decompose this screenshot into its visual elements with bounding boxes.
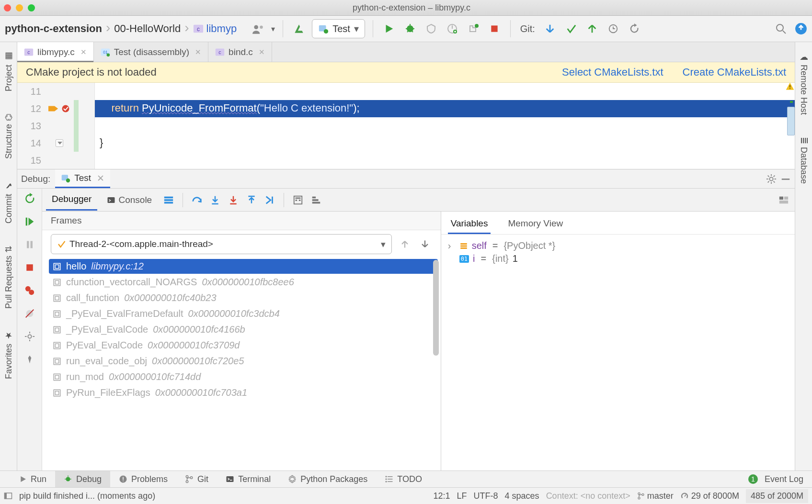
run-button[interactable] (381, 21, 397, 37)
event-log-tab[interactable]: 1 Event Log (740, 471, 812, 487)
run-tool-tab[interactable]: Run (0, 471, 55, 487)
banner-select-link[interactable]: Select CMakeLists.txt (562, 66, 663, 78)
sidebar-remotehost-tab[interactable]: ☁ Remote Host (799, 48, 809, 119)
problems-tool-tab[interactable]: Problems (110, 471, 176, 487)
mute-breakpoints-button[interactable] (23, 306, 37, 321)
zoom-window-button[interactable] (28, 4, 35, 11)
stop-button[interactable] (486, 21, 503, 37)
stack-frame[interactable]: PyRun_FileExFlags 0x000000010fc703a1 (49, 385, 438, 400)
close-window-button[interactable] (4, 4, 11, 11)
minimize-window-button[interactable] (16, 4, 23, 11)
rerun-button[interactable] (23, 191, 37, 206)
settings-button[interactable] (764, 172, 778, 186)
run-to-cursor-button[interactable] (263, 193, 277, 207)
stack-frame[interactable]: run_mod 0x000000010fc714dd (49, 370, 438, 384)
breadcrumb-file[interactable]: c libmyp (191, 22, 239, 36)
pause-button[interactable] (23, 237, 37, 252)
coverage-button[interactable] (423, 21, 439, 37)
trace-button[interactable] (309, 193, 323, 207)
next-frame-button[interactable] (418, 237, 432, 251)
terminal-tool-tab[interactable]: Terminal (217, 471, 279, 487)
line-separator[interactable]: LF (457, 491, 467, 501)
debug-tool-tab[interactable]: Debug (55, 471, 110, 487)
editor-tab-bind[interactable]: c bind.c ✕ (208, 42, 272, 62)
scrollbar-thumb[interactable] (433, 260, 439, 356)
debug-session-tab[interactable]: Test ✕ (55, 169, 110, 188)
code-editor[interactable]: 11 12 13 14 15 (17, 83, 795, 169)
memory-indicator[interactable]: 485 of 2000M (746, 489, 808, 503)
step-over-button[interactable] (190, 193, 204, 207)
editor-tab-libmypy[interactable]: c libmypy.c ✕ (17, 42, 94, 62)
close-icon[interactable]: ✕ (195, 48, 201, 56)
code-area[interactable]: return PyUnicode_FromFormat("Hello C ext… (95, 83, 795, 169)
pin-button[interactable] (23, 352, 37, 367)
evaluate-expression-button[interactable] (291, 193, 305, 207)
git-history-button[interactable] (605, 21, 621, 37)
view-breakpoints-button[interactable] (23, 283, 37, 298)
stack-frame[interactable]: cfunction_vectorcall_NOARGS 0x000000010f… (49, 275, 438, 290)
frames-list[interactable]: hello libmypy.c:12cfunction_vectorcall_N… (42, 258, 441, 405)
sidebar-favorites-tab[interactable]: Favorites ★ (3, 327, 14, 383)
banner-create-link[interactable]: Create CMakeLists.txt (683, 66, 786, 78)
python-packages-tab[interactable]: Python Packages (279, 471, 376, 487)
memory-view-tab[interactable]: Memory View (505, 214, 566, 234)
stack-frame[interactable]: call_function 0x000000010fc40b23 (49, 291, 438, 305)
fold-handle-icon[interactable] (56, 139, 63, 147)
stack-frame[interactable]: _PyEval_EvalCode 0x000000010fc4166b (49, 322, 438, 337)
hide-panel-button[interactable] (778, 172, 793, 186)
stop-button[interactable] (23, 260, 37, 275)
stack-frame[interactable]: hello libmypy.c:12 (49, 259, 438, 274)
breadcrumb-folder[interactable]: 00-HelloWorld (112, 22, 183, 36)
disclosure-icon[interactable]: › (448, 240, 456, 251)
sidebar-pullrequests-tab[interactable]: Pull Requests ⇅ (3, 242, 14, 313)
memory-widget[interactable]: 29 of 8000M (680, 491, 739, 501)
context-widget[interactable]: Context: <no context> (546, 491, 630, 501)
layout-settings-button[interactable] (777, 193, 791, 207)
thread-select[interactable]: Thread-2-<com.apple.main-thread> ▾ (51, 234, 392, 254)
git-push-button[interactable] (584, 21, 600, 37)
variables-list[interactable]: › self={PyObject *}01 i={int} 1 (441, 235, 795, 270)
git-update-button[interactable] (542, 21, 558, 37)
sidebar-project-tab[interactable]: Project ▦ (3, 48, 14, 95)
debugger-tab[interactable]: Debugger (46, 189, 97, 211)
thread-view-button[interactable] (161, 193, 176, 207)
console-tab[interactable]: Console (101, 190, 158, 210)
breakpoint-verified-icon[interactable] (61, 104, 70, 113)
variables-tab[interactable]: Variables (448, 214, 491, 234)
search-everywhere-button[interactable] (773, 21, 789, 37)
git-commit-button[interactable] (563, 21, 579, 37)
variable-row[interactable]: › self={PyObject *} (448, 239, 788, 252)
editor-tab-test-disasm[interactable]: 01 Test (disassembly) ✕ (94, 42, 208, 62)
resume-button[interactable] (23, 214, 37, 229)
close-icon[interactable]: ✕ (259, 48, 265, 56)
run-configuration-select[interactable]: Test ▾ (312, 19, 365, 38)
step-into-button[interactable] (208, 193, 222, 207)
code-with-me-button[interactable] (250, 21, 266, 37)
file-encoding[interactable]: UTF-8 (474, 491, 498, 501)
sidebar-database-tab[interactable]: ≣ Database (799, 133, 809, 188)
prev-frame-button[interactable] (398, 237, 412, 251)
build-button[interactable] (291, 21, 307, 37)
ide-updates-button[interactable] (793, 21, 809, 37)
git-tool-tab[interactable]: Git (176, 471, 217, 487)
step-out-button[interactable] (244, 193, 259, 207)
debugger-settings-button[interactable] (23, 329, 37, 344)
warning-icon[interactable] (785, 82, 795, 91)
close-icon[interactable]: ✕ (97, 173, 104, 184)
debug-button[interactable] (402, 21, 418, 37)
variable-row[interactable]: 01 i={int} 1 (448, 252, 788, 265)
tool-windows-toggle[interactable] (4, 492, 12, 500)
git-branch-widget[interactable]: master (637, 491, 674, 501)
todo-tool-tab[interactable]: TODO (376, 471, 431, 487)
valgrind-button[interactable] (465, 21, 481, 37)
profile-button[interactable] (444, 21, 460, 37)
stack-frame[interactable]: run_eval_code_obj 0x000000010fc720e5 (49, 354, 438, 369)
sidebar-structure-tab[interactable]: Structure ⌬ (3, 110, 14, 163)
sidebar-commit-tab[interactable]: Commit ✔ (3, 177, 14, 227)
stack-frame[interactable]: _PyEval_EvalFrameDefault 0x000000010fc3d… (49, 306, 438, 321)
breadcrumb-project[interactable]: python-c-extension (3, 22, 104, 36)
caret-position[interactable]: 12:1 (434, 491, 450, 501)
close-icon[interactable]: ✕ (80, 48, 87, 56)
stack-frame[interactable]: PyEval_EvalCode 0x000000010fc3709d (49, 338, 438, 353)
force-step-into-button[interactable] (226, 193, 240, 207)
